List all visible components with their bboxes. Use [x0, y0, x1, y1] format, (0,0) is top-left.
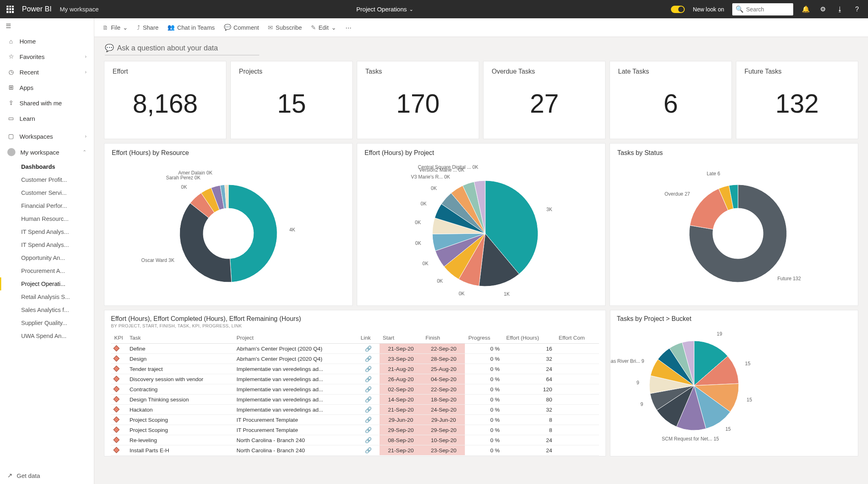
finish-cell: 18-Sep-20	[422, 395, 465, 405]
help-icon[interactable]: ?	[853, 6, 861, 13]
sidebar-item-favorites[interactable]: ☆Favorites›	[0, 49, 94, 64]
link-cell[interactable]: 🔗	[357, 405, 379, 415]
table-header[interactable]: Project	[233, 332, 357, 344]
sidebar-item-learn[interactable]: ▭Learn	[0, 111, 94, 126]
link-cell[interactable]: 🔗	[357, 395, 379, 405]
link-cell[interactable]: 🔗	[357, 425, 379, 435]
sidebar-item-apps[interactable]: ⊞Apps	[0, 80, 94, 95]
workspace-item[interactable]: Supplier Quality...	[0, 316, 94, 329]
kpi-diamond-icon	[113, 386, 120, 392]
link-cell[interactable]: 🔗	[357, 344, 379, 354]
chart-effort-by-resource[interactable]: Effort (Hours) by Resource 4KOscar Ward …	[104, 143, 353, 306]
table-header[interactable]: Task	[126, 332, 233, 344]
kpi-tile-overdue-tasks[interactable]: Overdue Tasks27	[483, 61, 605, 139]
kpi-tile-tasks[interactable]: Tasks170	[357, 61, 479, 139]
table-row[interactable]: Project Scoping IT Procurement Template …	[111, 415, 599, 425]
table-row[interactable]: Tender traject Implementatie van veredel…	[111, 364, 599, 374]
table-row[interactable]: Contracting Implementatie van veredeling…	[111, 384, 599, 395]
workspace-item[interactable]: Procurement A...	[0, 264, 94, 277]
workspace-title[interactable]: My workspace	[60, 6, 99, 13]
table-header[interactable]: Finish	[422, 332, 465, 344]
effort-table-card[interactable]: Effort (Hours), Effort Completed (Hours)…	[104, 310, 606, 456]
kpi-tile-effort[interactable]: Effort8,168	[104, 61, 226, 139]
table-row[interactable]: Define Abrham's Center Project (2020 Q4)…	[111, 344, 599, 354]
nav-icon: ◷	[7, 68, 15, 76]
table-header[interactable]: Effort (Hours)	[503, 332, 556, 344]
link-cell[interactable]: 🔗	[357, 435, 379, 445]
kpi-tile-projects[interactable]: Projects15	[230, 61, 353, 139]
file-button[interactable]: 🗎File⌄	[102, 24, 128, 31]
link-cell[interactable]: 🔗	[357, 384, 379, 395]
more-button[interactable]: ⋯	[345, 24, 352, 31]
share-button[interactable]: ⤴Share	[137, 24, 158, 31]
task-cell: Hackaton	[126, 405, 233, 415]
new-look-toggle[interactable]	[671, 6, 685, 13]
kpi-tile-future-tasks[interactable]: Future Tasks132	[736, 61, 858, 139]
comment-button[interactable]: 💬Comment	[224, 24, 259, 31]
workspace-item[interactable]: IT Spend Analys...	[0, 238, 94, 251]
breadcrumb-dropdown[interactable]: Project Operations ⌄	[356, 6, 413, 13]
workspace-item[interactable]: Customer Profit...	[0, 173, 94, 186]
workspace-item[interactable]: Project Operati...	[0, 277, 94, 290]
table-header[interactable]: Effort Com	[556, 332, 599, 344]
effort-cell: 8	[503, 425, 556, 435]
table-header[interactable]: KPI	[111, 332, 126, 344]
app-launcher-icon[interactable]	[7, 6, 14, 13]
link-cell[interactable]: 🔗	[357, 445, 379, 456]
table-row[interactable]: Discovery session with vendor Implementa…	[111, 374, 599, 384]
chat-teams-button[interactable]: 👥Chat in Teams	[167, 24, 215, 31]
svg-text:0K: 0K	[415, 240, 421, 246]
table-header[interactable]: Link	[357, 332, 379, 344]
link-cell[interactable]: 🔗	[357, 415, 379, 425]
workspace-item[interactable]: UWA Spend An...	[0, 329, 94, 342]
sidebar-item-recent[interactable]: ◷Recent›	[0, 64, 94, 80]
workspace-item[interactable]: IT Spend Analys...	[0, 225, 94, 238]
table-row[interactable]: Re-leveling North Carolina - Branch 240 …	[111, 435, 599, 445]
chart-tasks-by-bucket[interactable]: Tasks by Project > Bucket 19151515SCM Re…	[610, 310, 858, 456]
workspace-item[interactable]: Financial Perfor...	[0, 199, 94, 212]
menu-toggle-icon[interactable]: ☰	[0, 18, 94, 34]
edit-button[interactable]: ✎Edit⌄	[311, 24, 336, 31]
table-row[interactable]: Project Scoping IT Procurement Template …	[111, 425, 599, 435]
search-input[interactable]	[746, 6, 790, 13]
workspace-item[interactable]: Sales Analytics f...	[0, 303, 94, 316]
get-data-button[interactable]: ↗ Get data	[0, 467, 94, 484]
link-cell[interactable]: 🔗	[357, 364, 379, 374]
link-cell[interactable]: 🔗	[357, 374, 379, 384]
task-cell: Install Parts E-H	[126, 445, 233, 456]
chart-effort-by-project[interactable]: Effort (Hours) by Project 3K1K0K0K0K0K0K…	[357, 143, 605, 306]
search-box[interactable]: 🔍	[732, 3, 793, 15]
kpi-tile-late-tasks[interactable]: Late Tasks6	[610, 61, 732, 139]
project-cell: IT Procurement Template	[233, 425, 357, 435]
table-row[interactable]: Design Abrham's Center Project (2020 Q4)…	[111, 354, 599, 364]
subscribe-button[interactable]: ✉Subscribe	[268, 24, 302, 31]
download-icon[interactable]: ⭳	[835, 6, 844, 13]
sidebar-my-workspace[interactable]: My workspace ⌃	[0, 144, 94, 160]
table-row[interactable]: Hackaton Implementatie van veredelings a…	[111, 405, 599, 415]
settings-icon[interactable]: ⚙	[818, 5, 827, 13]
effort-cell: 24	[503, 445, 556, 456]
project-cell: Implementatie van veredelings ad...	[233, 374, 357, 384]
workspace-item[interactable]: Dashboards	[0, 160, 94, 173]
table-row[interactable]: Design Thinking session Implementatie va…	[111, 395, 599, 405]
workspace-item[interactable]: Opportunity An...	[0, 251, 94, 264]
project-cell: Implementatie van veredelings ad...	[233, 384, 357, 395]
kpi-diamond-icon	[113, 396, 120, 402]
sidebar: ☰ ⌂Home☆Favorites›◷Recent›⊞Apps⇪Shared w…	[0, 18, 94, 484]
ask-question-input[interactable]: 💬 Ask a question about your data	[105, 44, 259, 55]
workspace-item[interactable]: Retail Analysis S...	[0, 290, 94, 303]
table-header[interactable]: Progress	[465, 332, 503, 344]
new-look-label: New look on	[693, 6, 724, 13]
table-row[interactable]: Install Parts E-H North Carolina - Branc…	[111, 445, 599, 456]
link-cell[interactable]: 🔗	[357, 354, 379, 364]
chart-tasks-by-status[interactable]: Tasks by Status Future 132Overdue 27Late…	[610, 143, 858, 306]
notifications-icon[interactable]: 🔔	[801, 5, 810, 13]
project-cell: North Carolina - Branch 240	[233, 435, 357, 445]
project-cell: Implementatie van veredelings ad...	[233, 395, 357, 405]
sidebar-workspaces[interactable]: ▢ Workspaces ›	[0, 129, 94, 144]
workspace-item[interactable]: Customer Servi...	[0, 186, 94, 199]
table-header[interactable]: Start	[380, 332, 422, 344]
sidebar-item-home[interactable]: ⌂Home	[0, 34, 94, 49]
sidebar-item-shared-with-me[interactable]: ⇪Shared with me	[0, 95, 94, 111]
workspace-item[interactable]: Human Resourc...	[0, 212, 94, 225]
